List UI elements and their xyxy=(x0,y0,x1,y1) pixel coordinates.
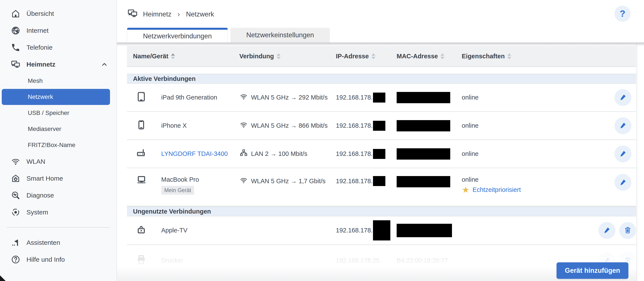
home-icon xyxy=(10,8,21,19)
connection-label: WLAN 5 GHz → 866 Mbit/s xyxy=(251,122,328,129)
breadcrumb-section[interactable]: Heimnetz xyxy=(143,10,172,18)
mac-cell xyxy=(397,224,462,237)
sidebar-item-internet[interactable]: Internet xyxy=(0,22,116,39)
device-icon-cell xyxy=(133,119,161,132)
mac-cell xyxy=(397,148,462,160)
mac-cell xyxy=(397,168,462,187)
sort-icon xyxy=(171,53,175,59)
column-header-name-geraet[interactable]: Name/Gerät xyxy=(133,53,239,60)
device-link[interactable]: LYNGDORF TDAI-3400 xyxy=(161,150,228,157)
sort-icon xyxy=(507,53,511,59)
table-row: MacBook Pro Mein Gerät WLAN 5 GHz → 1,7 … xyxy=(127,168,636,206)
edit-device-button[interactable] xyxy=(614,145,632,162)
add-device-button[interactable]: Gerät hinzufügen xyxy=(556,262,628,279)
section-header-ungenutzte-verbindungen: Ungenutzte Verbindungen xyxy=(127,206,636,216)
sidebar-item-diagnose[interactable]: Diagnose xyxy=(0,187,116,204)
device-name-cell: Drucker xyxy=(161,257,239,264)
sidebar-item-assistenten[interactable]: Assistenten xyxy=(0,234,116,251)
redaction-box xyxy=(373,176,385,186)
sidebar-item-mediaserver[interactable]: Mediaserver xyxy=(0,121,116,137)
sidebar-item-fritzbox-name[interactable]: FRITZ!Box-Name xyxy=(0,137,116,153)
device-name: Apple-TV xyxy=(161,227,188,234)
mac-cell xyxy=(397,120,462,131)
sidebar-item-label: Internet xyxy=(26,27,48,34)
sidebar-item-hilfe-und-info[interactable]: Hilfe und Info xyxy=(0,251,116,268)
edit-device-button[interactable] xyxy=(614,89,632,106)
sidebar-item-mesh[interactable]: Mesh xyxy=(0,73,116,89)
section-header-aktive-verbindungen: Aktive Verbindungen xyxy=(127,74,636,84)
connection-cell: WLAN 5 GHz → 1,7 Gbit/s xyxy=(239,168,336,186)
phone-icon xyxy=(10,42,21,53)
actions-cell xyxy=(598,89,636,106)
sidebar-item-telefonie[interactable]: Telefonie xyxy=(0,39,116,56)
pencil-icon xyxy=(619,178,627,187)
sort-icon xyxy=(440,53,444,59)
globe-icon xyxy=(10,25,21,36)
properties-cell: online xyxy=(462,94,598,101)
mac-cell xyxy=(397,92,462,103)
sidebar-item-label: Mesh xyxy=(28,77,42,84)
sidebar-item-smart-home[interactable]: Smart Home xyxy=(0,170,116,187)
ip-cell: 192.168.178. xyxy=(336,149,397,159)
sidebar-item-system[interactable]: System xyxy=(0,204,116,221)
ip-cell: 192.168.178. xyxy=(336,168,397,186)
media-player-icon xyxy=(136,224,147,237)
sidebar-item-label: System xyxy=(26,209,48,216)
sidebar-item-uebersicht[interactable]: Übersicht xyxy=(0,5,116,22)
help-icon xyxy=(10,254,21,265)
table-header-row: Name/Gerät Verbindung IP-Adresse MAC-Adr… xyxy=(127,46,636,67)
tab-netzwerkverbindungen[interactable]: Netzwerkverbindungen xyxy=(127,28,228,42)
ip-cell: 192.168.178. xyxy=(336,220,397,241)
edit-device-button[interactable] xyxy=(614,117,632,134)
device-name-cell: MacBook Pro Mein Gerät xyxy=(161,168,239,195)
trash-icon xyxy=(624,226,632,235)
pencil-icon xyxy=(619,149,627,158)
table-row: iPhone X WLAN 5 GHz → 866 Mbit/s 192.168… xyxy=(127,112,636,140)
status-label: online xyxy=(462,122,478,129)
column-header-ip-adresse[interactable]: IP-Adresse xyxy=(336,53,397,60)
redaction-box xyxy=(397,120,450,131)
edit-device-button[interactable] xyxy=(614,174,632,191)
device-name: MacBook Pro xyxy=(161,176,199,183)
table-row: LYNGDORF TDAI-3400 LAN 2 → 100 Mbit/s 19… xyxy=(127,140,636,168)
devices-icon xyxy=(127,8,138,21)
properties-cell: online ★ Echtzeitpriorisiert xyxy=(462,168,598,194)
breadcrumb: Heimnetz › Netzwerk xyxy=(127,7,644,21)
ip-cell: 192.168.178.25 xyxy=(336,257,397,264)
help-button[interactable]: ? xyxy=(614,6,630,22)
sidebar-divider xyxy=(6,227,110,228)
sidebar-item-netzwerk[interactable]: Netzwerk xyxy=(2,89,110,105)
tablet-icon xyxy=(136,91,147,104)
tab-netzwerkeinstellungen[interactable]: Netzwerkeinstellungen xyxy=(230,28,330,42)
device-icon-cell xyxy=(133,254,161,267)
wifi-icon xyxy=(239,176,248,186)
actions-cell xyxy=(598,145,636,162)
properties-cell: online xyxy=(462,122,598,129)
column-header-mac-adresse[interactable]: MAC-Adresse xyxy=(397,53,462,60)
properties-cell: online xyxy=(462,150,598,157)
scrollbar-track[interactable] xyxy=(636,42,644,281)
sidebar-item-label: Heimnetz xyxy=(26,61,94,68)
sidebar-item-label: Smart Home xyxy=(26,175,63,182)
sidebar-item-label: Mediaserver xyxy=(28,126,61,132)
column-header-verbindung[interactable]: Verbindung xyxy=(239,53,336,60)
device-name: iPad 9th Generation xyxy=(161,94,217,101)
breadcrumb-separator-icon: › xyxy=(178,10,180,18)
tab-shadow xyxy=(117,42,644,46)
sidebar: Übersicht Internet Telefonie Heimnetz Me… xyxy=(0,0,117,281)
table-row: iPad 9th Generation WLAN 5 GHz → 292 Mbi… xyxy=(127,84,636,112)
delete-device-button[interactable] xyxy=(619,222,636,239)
redaction-box xyxy=(397,92,450,103)
sidebar-item-heimnetz[interactable]: Heimnetz xyxy=(0,56,116,73)
wifi-icon xyxy=(239,92,248,103)
sort-icon xyxy=(277,53,280,59)
realtime-priority-link[interactable]: Echtzeitpriorisiert xyxy=(472,186,521,193)
system-icon xyxy=(10,207,21,218)
sidebar-item-usb-speicher[interactable]: USB / Speicher xyxy=(0,105,116,121)
edit-device-button[interactable] xyxy=(598,222,615,239)
sidebar-item-wlan[interactable]: WLAN xyxy=(0,153,116,170)
connection-label: LAN 2 → 100 Mbit/s xyxy=(251,150,308,157)
column-header-eigenschaften[interactable]: Eigenschaften xyxy=(462,53,598,60)
table-gap xyxy=(127,67,636,74)
sidebar-item-label: USB / Speicher xyxy=(28,109,69,116)
